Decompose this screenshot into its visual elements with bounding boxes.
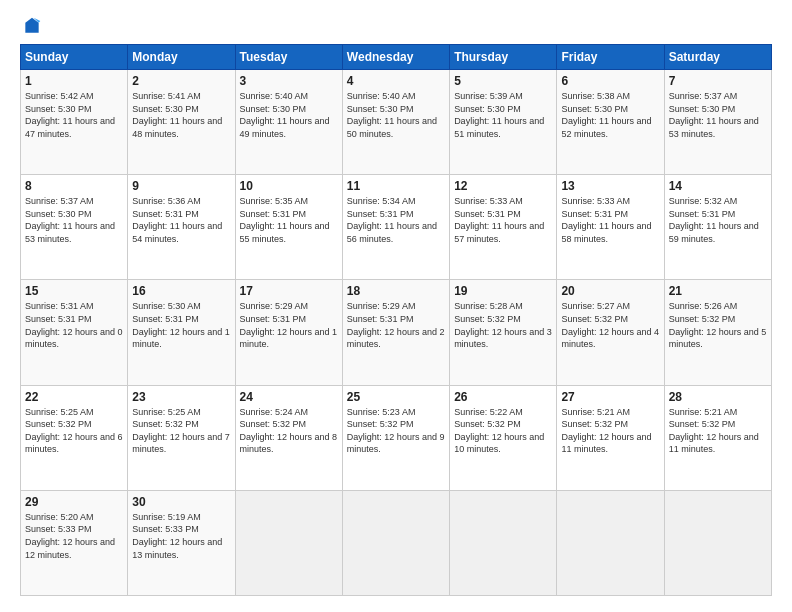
day-info: Sunrise: 5:29 AMSunset: 5:31 PMDaylight:… [347, 300, 445, 350]
day-info: Sunrise: 5:41 AMSunset: 5:30 PMDaylight:… [132, 90, 230, 140]
calendar-cell: 5Sunrise: 5:39 AMSunset: 5:30 PMDaylight… [450, 70, 557, 175]
column-header-tuesday: Tuesday [235, 45, 342, 70]
column-header-wednesday: Wednesday [342, 45, 449, 70]
day-info: Sunrise: 5:27 AMSunset: 5:32 PMDaylight:… [561, 300, 659, 350]
day-number: 5 [454, 74, 552, 88]
day-info: Sunrise: 5:21 AMSunset: 5:32 PMDaylight:… [669, 406, 767, 456]
calendar-cell: 23Sunrise: 5:25 AMSunset: 5:32 PMDayligh… [128, 385, 235, 490]
calendar-cell: 15Sunrise: 5:31 AMSunset: 5:31 PMDayligh… [21, 280, 128, 385]
header [20, 16, 772, 36]
logo-icon [22, 16, 42, 36]
day-info: Sunrise: 5:25 AMSunset: 5:32 PMDaylight:… [25, 406, 123, 456]
calendar-cell: 7Sunrise: 5:37 AMSunset: 5:30 PMDaylight… [664, 70, 771, 175]
day-number: 2 [132, 74, 230, 88]
day-info: Sunrise: 5:19 AMSunset: 5:33 PMDaylight:… [132, 511, 230, 561]
calendar-cell: 22Sunrise: 5:25 AMSunset: 5:32 PMDayligh… [21, 385, 128, 490]
week-row-1: 1Sunrise: 5:42 AMSunset: 5:30 PMDaylight… [21, 70, 772, 175]
week-row-2: 8Sunrise: 5:37 AMSunset: 5:30 PMDaylight… [21, 175, 772, 280]
day-number: 19 [454, 284, 552, 298]
calendar-cell: 27Sunrise: 5:21 AMSunset: 5:32 PMDayligh… [557, 385, 664, 490]
day-number: 20 [561, 284, 659, 298]
day-info: Sunrise: 5:37 AMSunset: 5:30 PMDaylight:… [669, 90, 767, 140]
calendar-cell: 21Sunrise: 5:26 AMSunset: 5:32 PMDayligh… [664, 280, 771, 385]
calendar-cell: 24Sunrise: 5:24 AMSunset: 5:32 PMDayligh… [235, 385, 342, 490]
day-number: 30 [132, 495, 230, 509]
day-info: Sunrise: 5:23 AMSunset: 5:32 PMDaylight:… [347, 406, 445, 456]
calendar-cell: 6Sunrise: 5:38 AMSunset: 5:30 PMDaylight… [557, 70, 664, 175]
day-number: 17 [240, 284, 338, 298]
week-row-5: 29Sunrise: 5:20 AMSunset: 5:33 PMDayligh… [21, 490, 772, 595]
day-info: Sunrise: 5:33 AMSunset: 5:31 PMDaylight:… [561, 195, 659, 245]
day-info: Sunrise: 5:40 AMSunset: 5:30 PMDaylight:… [347, 90, 445, 140]
day-info: Sunrise: 5:38 AMSunset: 5:30 PMDaylight:… [561, 90, 659, 140]
day-number: 26 [454, 390, 552, 404]
day-info: Sunrise: 5:42 AMSunset: 5:30 PMDaylight:… [25, 90, 123, 140]
day-number: 21 [669, 284, 767, 298]
calendar-cell: 28Sunrise: 5:21 AMSunset: 5:32 PMDayligh… [664, 385, 771, 490]
day-number: 29 [25, 495, 123, 509]
day-number: 10 [240, 179, 338, 193]
calendar-cell: 16Sunrise: 5:30 AMSunset: 5:31 PMDayligh… [128, 280, 235, 385]
day-info: Sunrise: 5:31 AMSunset: 5:31 PMDaylight:… [25, 300, 123, 350]
week-row-4: 22Sunrise: 5:25 AMSunset: 5:32 PMDayligh… [21, 385, 772, 490]
calendar-cell: 4Sunrise: 5:40 AMSunset: 5:30 PMDaylight… [342, 70, 449, 175]
calendar-cell: 13Sunrise: 5:33 AMSunset: 5:31 PMDayligh… [557, 175, 664, 280]
day-info: Sunrise: 5:37 AMSunset: 5:30 PMDaylight:… [25, 195, 123, 245]
header-row: SundayMondayTuesdayWednesdayThursdayFrid… [21, 45, 772, 70]
day-info: Sunrise: 5:22 AMSunset: 5:32 PMDaylight:… [454, 406, 552, 456]
column-header-friday: Friday [557, 45, 664, 70]
column-header-thursday: Thursday [450, 45, 557, 70]
page: SundayMondayTuesdayWednesdayThursdayFrid… [0, 0, 792, 612]
day-number: 6 [561, 74, 659, 88]
calendar-cell: 8Sunrise: 5:37 AMSunset: 5:30 PMDaylight… [21, 175, 128, 280]
logo [20, 16, 42, 36]
calendar-cell: 3Sunrise: 5:40 AMSunset: 5:30 PMDaylight… [235, 70, 342, 175]
calendar-cell: 29Sunrise: 5:20 AMSunset: 5:33 PMDayligh… [21, 490, 128, 595]
calendar-cell: 30Sunrise: 5:19 AMSunset: 5:33 PMDayligh… [128, 490, 235, 595]
calendar-cell: 20Sunrise: 5:27 AMSunset: 5:32 PMDayligh… [557, 280, 664, 385]
column-header-monday: Monday [128, 45, 235, 70]
calendar-cell: 1Sunrise: 5:42 AMSunset: 5:30 PMDaylight… [21, 70, 128, 175]
calendar-cell: 9Sunrise: 5:36 AMSunset: 5:31 PMDaylight… [128, 175, 235, 280]
day-number: 25 [347, 390, 445, 404]
day-number: 11 [347, 179, 445, 193]
calendar-cell [235, 490, 342, 595]
day-info: Sunrise: 5:32 AMSunset: 5:31 PMDaylight:… [669, 195, 767, 245]
day-number: 16 [132, 284, 230, 298]
day-number: 4 [347, 74, 445, 88]
day-number: 28 [669, 390, 767, 404]
calendar-cell: 10Sunrise: 5:35 AMSunset: 5:31 PMDayligh… [235, 175, 342, 280]
calendar-cell: 11Sunrise: 5:34 AMSunset: 5:31 PMDayligh… [342, 175, 449, 280]
day-number: 23 [132, 390, 230, 404]
calendar-cell: 18Sunrise: 5:29 AMSunset: 5:31 PMDayligh… [342, 280, 449, 385]
day-number: 13 [561, 179, 659, 193]
calendar-cell: 19Sunrise: 5:28 AMSunset: 5:32 PMDayligh… [450, 280, 557, 385]
day-info: Sunrise: 5:28 AMSunset: 5:32 PMDaylight:… [454, 300, 552, 350]
day-info: Sunrise: 5:29 AMSunset: 5:31 PMDaylight:… [240, 300, 338, 350]
day-number: 9 [132, 179, 230, 193]
day-info: Sunrise: 5:26 AMSunset: 5:32 PMDaylight:… [669, 300, 767, 350]
day-number: 27 [561, 390, 659, 404]
calendar-table: SundayMondayTuesdayWednesdayThursdayFrid… [20, 44, 772, 596]
column-header-saturday: Saturday [664, 45, 771, 70]
calendar-cell [557, 490, 664, 595]
calendar-cell: 26Sunrise: 5:22 AMSunset: 5:32 PMDayligh… [450, 385, 557, 490]
calendar-cell: 25Sunrise: 5:23 AMSunset: 5:32 PMDayligh… [342, 385, 449, 490]
calendar-cell [664, 490, 771, 595]
calendar-cell: 12Sunrise: 5:33 AMSunset: 5:31 PMDayligh… [450, 175, 557, 280]
day-info: Sunrise: 5:35 AMSunset: 5:31 PMDaylight:… [240, 195, 338, 245]
day-number: 1 [25, 74, 123, 88]
calendar-cell: 17Sunrise: 5:29 AMSunset: 5:31 PMDayligh… [235, 280, 342, 385]
day-number: 8 [25, 179, 123, 193]
week-row-3: 15Sunrise: 5:31 AMSunset: 5:31 PMDayligh… [21, 280, 772, 385]
day-info: Sunrise: 5:24 AMSunset: 5:32 PMDaylight:… [240, 406, 338, 456]
day-number: 14 [669, 179, 767, 193]
day-info: Sunrise: 5:25 AMSunset: 5:32 PMDaylight:… [132, 406, 230, 456]
day-number: 15 [25, 284, 123, 298]
day-number: 3 [240, 74, 338, 88]
day-number: 7 [669, 74, 767, 88]
day-info: Sunrise: 5:40 AMSunset: 5:30 PMDaylight:… [240, 90, 338, 140]
day-info: Sunrise: 5:34 AMSunset: 5:31 PMDaylight:… [347, 195, 445, 245]
column-header-sunday: Sunday [21, 45, 128, 70]
day-info: Sunrise: 5:30 AMSunset: 5:31 PMDaylight:… [132, 300, 230, 350]
